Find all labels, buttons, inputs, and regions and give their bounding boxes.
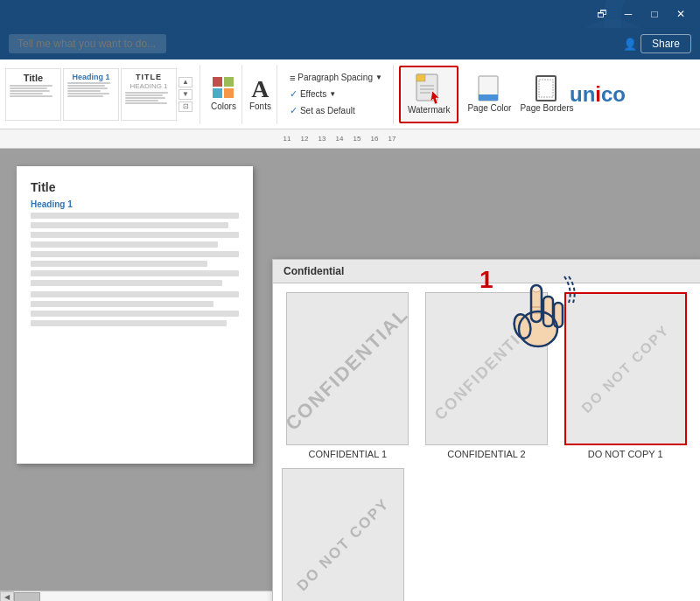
effects-chevron: ▼ (329, 90, 336, 98)
watermark-item-donotcopy2[interactable]: DO NOT COPY DO NOT COPY 2 (282, 468, 404, 601)
page-color-group[interactable]: Page Color (464, 65, 514, 124)
watermark-grid: CONFIDENTIAL CONFIDENTIAL 1 CONFIDENTIAL… (273, 283, 700, 468)
effects-check-icon: ✓ (290, 88, 298, 100)
ruler-mark-11: 11 (278, 135, 296, 143)
color-swatch-green (224, 77, 234, 87)
watermark-text-donotcopy1: DO NOT COPY (578, 322, 672, 416)
colors-group: Colors (206, 65, 242, 124)
watermark-label: Watermark (408, 105, 451, 115)
style-scroll-expand[interactable]: ⊡ (178, 101, 192, 112)
watermark-text-donotcopy2: DO NOT COPY (293, 495, 393, 595)
watermark-row2: DO NOT COPY DO NOT COPY 2 (273, 468, 700, 601)
effects-label: Effects (300, 89, 326, 99)
hscroll-thumb[interactable] (14, 592, 40, 602)
share-icon: 👤 (623, 38, 637, 51)
fonts-group: A Fonts (244, 65, 277, 124)
set-default-check-icon: ✓ (290, 105, 298, 116)
style-title-lines (10, 85, 57, 98)
title2-sub: HEADING 1 (130, 82, 167, 90)
ruler-mark-13: 13 (313, 135, 331, 143)
unico-c: c (601, 82, 612, 106)
document-area: 11 12 13 14 15 16 17 Title Heading 1 (0, 129, 700, 601)
watermark-button[interactable]: Watermark (399, 66, 459, 123)
word-page-heading: Heading 1 (31, 199, 239, 209)
watermark-text-confidential1: CONFIDENTIAL (286, 303, 409, 435)
word-page-title: Title (31, 180, 239, 194)
title2-label: TITLE (136, 73, 162, 81)
style-title-label: Title (24, 73, 43, 83)
hscroll-left-button[interactable]: ◀ (0, 591, 14, 602)
style-thumb-title[interactable]: Title (5, 68, 61, 121)
fonts-icon: A (251, 77, 269, 101)
watermark-label-donotcopy1: DO NOT COPY 1 (588, 449, 663, 459)
ruler-mark-12: 12 (296, 135, 313, 143)
ribbon-content: Title Heading 1 TITLE HEA (0, 59, 700, 129)
watermark-dropdown: Confidential CONFIDENTIAL CONFIDENTIAL 1… (272, 259, 700, 601)
style-scroll-arrows: ▲ ▼ ⊡ (178, 77, 192, 112)
page-borders-group[interactable]: Page Borders (516, 65, 577, 124)
svg-rect-3 (416, 74, 425, 81)
word-document-background: Title Heading 1 (0, 149, 270, 601)
page-color-icon (477, 75, 501, 103)
fonts-label[interactable]: Fonts (249, 101, 271, 111)
color-swatch-red (213, 77, 222, 87)
heading1-lines (67, 82, 115, 98)
paragraph-spacing-chevron: ▼ (375, 73, 382, 81)
watermark-label-confidential2: CONFIDENTIAL 2 (447, 449, 525, 459)
style-thumbnails-group: Title Heading 1 TITLE HEA (5, 65, 200, 124)
heading1-label: Heading 1 (72, 73, 109, 81)
colors-swatches (213, 77, 234, 98)
colors-label[interactable]: Colors (211, 101, 236, 111)
share-button[interactable]: Share (640, 34, 691, 53)
ruler-mark-16: 16 (366, 135, 383, 143)
watermark-icon-svg (415, 73, 443, 105)
watermark-preview-donotcopy2: DO NOT COPY (282, 468, 404, 601)
ribbon-top-bar: 👤 Share (0, 28, 700, 59)
unico-o: o (612, 82, 626, 106)
set-default-button[interactable]: ✓ Set as Default (284, 103, 388, 118)
ruler-mark-17: 17 (383, 135, 401, 143)
word-page: Title Heading 1 (17, 166, 253, 464)
unico-i: i (595, 82, 601, 106)
ruler-marks: 11 12 13 14 15 16 17 (278, 135, 401, 143)
paragraph-spacing-button[interactable]: ≡ Paragraph Spacing ▼ (284, 71, 388, 85)
watermark-preview-donotcopy1: DO NOT COPY (564, 292, 687, 445)
watermark-item-confidential1[interactable]: CONFIDENTIAL CONFIDENTIAL 1 (282, 292, 414, 459)
svg-rect-9 (479, 94, 498, 101)
formatting-options-group: ≡ Paragraph Spacing ▼ ✓ Effects ▼ ✓ Set … (279, 65, 394, 124)
watermark-preview-confidential1: CONFIDENTIAL (286, 292, 409, 445)
paragraph-spacing-label: Paragraph Spacing (298, 73, 373, 82)
style-thumb-title2[interactable]: TITLE HEADING 1 (121, 68, 177, 121)
title2-lines (125, 92, 172, 105)
watermark-label-confidential1: CONFIDENTIAL 1 (309, 449, 387, 459)
unico-n: n (583, 82, 596, 106)
step-1-label: 1 (480, 268, 494, 292)
watermark-item-donotcopy1[interactable]: DO NOT COPY DO NOT COPY 1 (559, 292, 691, 459)
style-scroll-up[interactable]: ▲ (178, 77, 192, 87)
style-thumb-heading1[interactable]: Heading 1 (63, 68, 119, 121)
unico-u: u (570, 82, 583, 106)
ruler-mark-14: 14 (331, 135, 348, 143)
svg-rect-11 (539, 80, 553, 97)
page-borders-label: Page Borders (520, 103, 573, 113)
watermark-group: Watermark (399, 66, 459, 123)
svg-rect-33 (554, 303, 563, 327)
style-scroll-down[interactable]: ▼ (178, 89, 192, 100)
color-swatch-blue (213, 88, 222, 98)
title-bar: 🗗 ─ □ ✕ (0, 0, 700, 28)
paragraph-spacing-icon: ≡ (290, 73, 295, 83)
effects-button[interactable]: ✓ Effects ▼ (284, 87, 388, 101)
search-input[interactable] (9, 34, 166, 53)
color-swatch-orange (224, 88, 234, 98)
unico-ribbon-brand: unico (570, 82, 626, 107)
set-default-label: Set as Default (300, 106, 355, 115)
share-area: 👤 Share (623, 34, 691, 53)
hand-cursor-1-svg (499, 268, 578, 355)
ruler: 11 12 13 14 15 16 17 (0, 129, 700, 149)
page-borders-icon (535, 75, 559, 103)
page-color-label: Page Color (467, 103, 511, 113)
ruler-mark-15: 15 (348, 135, 366, 143)
